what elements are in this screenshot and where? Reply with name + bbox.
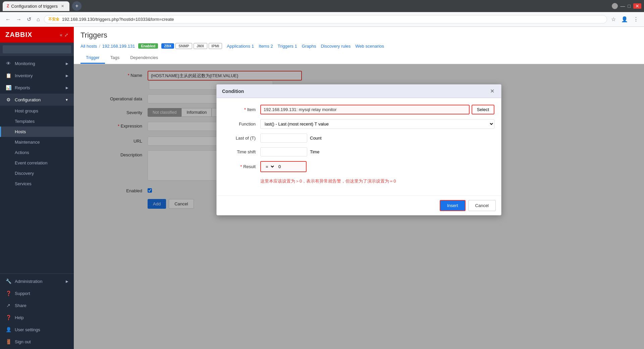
modal-time-shift-control: Time: [260, 147, 494, 156]
bookmark-btn[interactable]: ☆: [610, 15, 617, 24]
result-input-wrapper: =: [260, 161, 307, 172]
home-btn[interactable]: ⌂: [35, 15, 41, 24]
breadcrumb-all-hosts[interactable]: All hosts: [80, 44, 97, 49]
modal-row-annotation: 这里本应该设置为＞0，表示有异常就告警，但这里为了演示设置为＝0: [223, 177, 494, 184]
modal-body: Item Select Function: [217, 98, 501, 196]
actions-label: Actions: [15, 150, 29, 155]
main-content: Triggers All hosts / 192.168.199.131 Ena…: [74, 27, 644, 349]
sidebar-search-container: [0, 43, 74, 56]
sidebar-sub-event-correlation[interactable]: Event correlation: [0, 158, 74, 168]
reload-btn[interactable]: ↺: [25, 15, 33, 24]
function-select[interactable]: last() - Last (most recent) T value: [260, 119, 494, 129]
modal-last-of-t-label: Last of (T): [223, 136, 260, 141]
last-of-t-input[interactable]: [260, 134, 307, 143]
sidebar-logo: ZABBIX « ⤢: [0, 27, 74, 43]
time-shift-input[interactable]: [260, 147, 307, 156]
tab-close-btn[interactable]: ✕: [60, 3, 65, 9]
forward-btn[interactable]: →: [15, 15, 23, 24]
maintenance-label: Maintenance: [15, 140, 40, 145]
item-input[interactable]: [260, 105, 470, 114]
modal-row-last-of-t: Last of (T) Count: [223, 134, 494, 143]
sidebar-sub-templates[interactable]: Templates: [0, 116, 74, 127]
window-profile[interactable]: [612, 3, 618, 9]
profile-btn[interactable]: 👤: [620, 15, 629, 24]
modal-item-control: Select: [260, 105, 494, 114]
sidebar-sub-host-groups[interactable]: Host groups: [0, 106, 74, 116]
modal-result-label: Result: [223, 164, 260, 169]
sidebar-sub-hosts[interactable]: Hosts: [0, 127, 74, 137]
new-tab-btn[interactable]: +: [72, 1, 82, 11]
menu-btn[interactable]: ⋮: [632, 15, 640, 24]
modal-item-label: Item: [223, 107, 260, 112]
sidebar-item-user-settings[interactable]: 👤 User settings: [0, 323, 74, 336]
modal-footer: Insert Cancel: [217, 196, 501, 215]
sidebar-search-input[interactable]: [3, 45, 71, 53]
sidebar-item-inventory[interactable]: 📋 Inventory ▶: [0, 69, 74, 82]
items-link[interactable]: Items 2: [259, 44, 273, 49]
window-minimize-btn[interactable]: —: [621, 3, 625, 9]
window-maximize-btn[interactable]: □: [628, 3, 631, 9]
sidebar-item-reports[interactable]: 📊 Reports ▶: [0, 82, 74, 94]
tab-dependencies[interactable]: Dependencies: [125, 52, 163, 64]
select-item-btn[interactable]: Select: [472, 105, 494, 114]
applications-link[interactable]: Applications 1: [227, 44, 254, 49]
title-bar: Z Configuration of triggers ✕ + — □ ✕: [0, 0, 644, 12]
sidebar-expand-btn[interactable]: ⤢: [64, 32, 68, 38]
user-settings-label: User settings: [15, 327, 68, 332]
insert-btn[interactable]: Insert: [440, 200, 466, 211]
reports-icon: 📊: [5, 85, 11, 90]
web-scenarios-link[interactable]: Web scenarios: [355, 44, 384, 49]
form-area: Name Operational data Severity Not clas: [74, 64, 644, 349]
modal-result-control: =: [260, 161, 494, 172]
sidebar-item-administration[interactable]: 🔧 Administration ▶: [0, 275, 74, 287]
share-icon: ↗: [5, 303, 11, 308]
sidebar-item-support[interactable]: ❓ Support: [0, 287, 74, 299]
graphs-link[interactable]: Graphs: [302, 44, 316, 49]
sidebar-sub-discovery[interactable]: Discovery: [0, 168, 74, 179]
user-settings-icon: 👤: [5, 327, 11, 332]
hosts-label: Hosts: [15, 129, 26, 134]
tab-tags[interactable]: Tags: [105, 52, 125, 64]
sidebar-sub-maintenance[interactable]: Maintenance: [0, 137, 74, 147]
item-input-wrapper: Select: [260, 105, 494, 114]
breadcrumb: All hosts / 192.168.199.131 Enabled ZBX …: [80, 43, 637, 49]
active-tab[interactable]: Z Configuration of triggers ✕: [3, 1, 69, 11]
triggers-link[interactable]: Triggers 1: [278, 44, 297, 49]
sidebar-item-sign-out[interactable]: 🚪 Sign out: [0, 336, 74, 348]
modal-overlay: Condition ✕ Item Select: [74, 64, 644, 349]
help-label: Help: [15, 315, 68, 320]
administration-label: Administration: [15, 279, 62, 284]
browser-chrome: Z Configuration of triggers ✕ + — □ ✕ ← …: [0, 0, 644, 27]
monitoring-label: Monitoring: [15, 61, 62, 66]
host-groups-label: Host groups: [15, 108, 38, 113]
modal-header: Condition ✕: [217, 85, 501, 98]
tab-title: Configuration of triggers: [11, 4, 58, 9]
sidebar-collapse-btn[interactable]: «: [60, 32, 62, 38]
annotation-text: 这里本应该设置为＞0，表示有异常就告警，但这里为了演示设置为＝0: [260, 178, 494, 184]
templates-label: Templates: [15, 119, 35, 124]
window-close-btn[interactable]: ✕: [633, 3, 641, 9]
result-value-input[interactable]: [277, 163, 304, 170]
breadcrumb-host[interactable]: 192.168.199.131: [102, 44, 135, 49]
annotation-control: 这里本应该设置为＞0，表示有异常就告警，但这里为了演示设置为＝0: [260, 177, 494, 184]
event-correlation-label: Event correlation: [15, 160, 48, 165]
discovery-label: Discovery: [15, 171, 34, 176]
zbx-badge: ZBX: [161, 43, 174, 49]
count-label: Count: [310, 136, 322, 141]
sidebar-sub-services[interactable]: Services: [0, 179, 74, 189]
modal-row-time-shift: Time shift Time: [223, 147, 494, 156]
modal-close-btn[interactable]: ✕: [489, 88, 496, 94]
sidebar-item-monitoring[interactable]: 👁 Monitoring ▶: [0, 57, 74, 69]
snmp-badge: SNMP: [175, 43, 192, 49]
sidebar-item-help[interactable]: ❓ Help: [0, 311, 74, 323]
sign-out-label: Sign out: [15, 339, 68, 344]
sidebar-item-configuration[interactable]: ⚙ Configuration ▼: [0, 94, 74, 106]
tab-trigger[interactable]: Trigger: [80, 52, 105, 64]
result-operator-select[interactable]: =: [263, 163, 275, 170]
cancel-modal-btn[interactable]: Cancel: [468, 200, 496, 211]
sidebar-sub-actions[interactable]: Actions: [0, 147, 74, 158]
time-label: Time: [310, 149, 319, 154]
sidebar-item-share[interactable]: ↗ Share: [0, 299, 74, 311]
discovery-rules-link[interactable]: Discovery rules: [321, 44, 351, 49]
back-btn[interactable]: ←: [4, 15, 12, 24]
